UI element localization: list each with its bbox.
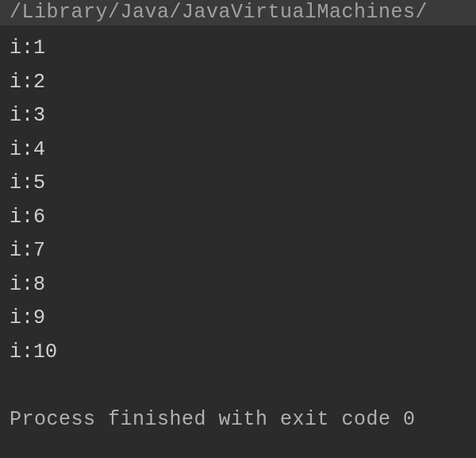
- output-line: i:8: [10, 268, 466, 302]
- command-path-text: /Library/Java/JavaVirtualMachines/: [10, 1, 428, 24]
- output-line: i:2: [10, 66, 466, 100]
- exit-status-line: Process finished with exit code 0: [10, 403, 466, 437]
- command-path-header: /Library/Java/JavaVirtualMachines/: [0, 0, 476, 25]
- blank-line: [10, 369, 466, 403]
- output-line: i:3: [10, 99, 466, 133]
- output-line: i:1: [10, 32, 466, 66]
- output-line: i:10: [10, 336, 466, 370]
- output-line: i:4: [10, 133, 466, 167]
- output-line: i:9: [10, 302, 466, 336]
- console-output: i:1 i:2 i:3 i:4 i:5 i:6 i:7 i:8 i:9 i:10…: [0, 25, 476, 443]
- output-line: i:7: [10, 234, 466, 268]
- output-line: i:6: [10, 201, 466, 235]
- output-line: i:5: [10, 167, 466, 201]
